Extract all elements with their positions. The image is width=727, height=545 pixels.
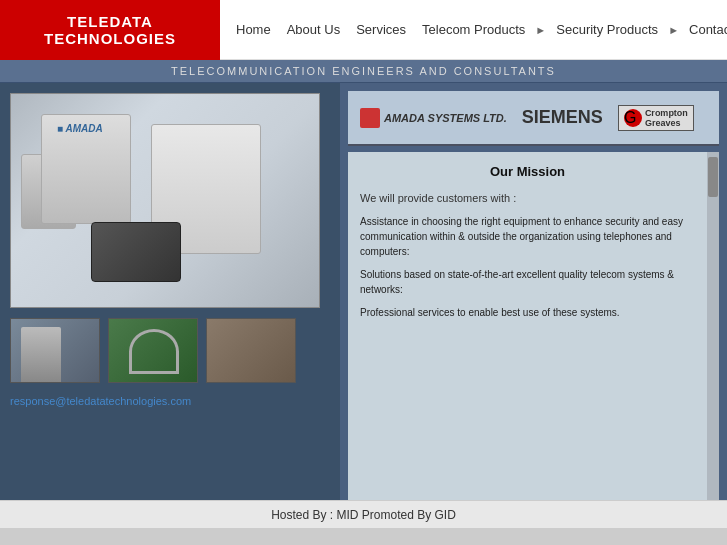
nav-item-services[interactable]: Services <box>350 18 412 41</box>
scrollbar-thumb[interactable] <box>708 157 718 197</box>
arrow-icon-security: ► <box>668 24 679 36</box>
brand-amada: AMADA SYSTEMS LTD. <box>360 108 507 128</box>
nav-item-about[interactable]: About Us <box>281 18 346 41</box>
brand-siemens: SIEMENS <box>522 107 603 128</box>
brands-row: AMADA SYSTEMS LTD. SIEMENS G CromptonGre… <box>348 91 719 146</box>
email-link[interactable]: response@teledatatechnologies.com <box>10 395 191 407</box>
mission-para-3: Professional services to enable best use… <box>360 305 695 320</box>
arrow-icon-telecom: ► <box>535 24 546 36</box>
thumbnail-row <box>10 318 330 383</box>
subtitle-bar: TELECOMMUNICATION ENGINEERS AND CONSULTA… <box>0 60 727 83</box>
amada-name: AMADA SYSTEMS LTD. <box>384 112 507 124</box>
phone-image <box>91 222 181 282</box>
scrollbar[interactable] <box>707 152 719 515</box>
nav-item-telecom[interactable]: Telecom Products <box>416 18 531 41</box>
footer: Hosted By : MID Promoted By GID <box>0 500 727 528</box>
pbx-main: ■ AMADA <box>41 114 131 224</box>
thumbnail-3 <box>206 318 296 383</box>
thumbnail-2 <box>108 318 198 383</box>
thumbnail-1 <box>10 318 100 383</box>
logo: TELEDATA TECHNOLOGIES <box>0 0 220 60</box>
thumb-person-figure <box>21 327 61 382</box>
main-content: TELECOMMUNICATION ENGINEERS AND CONSULTA… <box>0 60 727 528</box>
thumb-dish-shape <box>129 329 179 374</box>
left-panel: ■ AMADA response@teledatatechnologies.co… <box>0 83 340 523</box>
nav-item-home[interactable]: Home <box>230 18 277 41</box>
brand-crompton: G CromptonGreaves <box>618 105 694 131</box>
product-image: ■ AMADA <box>10 93 320 308</box>
mission-para-2: Solutions based on state-of-the-art exce… <box>360 267 695 297</box>
crompton-name: CromptonGreaves <box>645 108 688 128</box>
navigation: Home About Us Services Telecom Products … <box>220 0 727 59</box>
nav-item-security[interactable]: Security Products <box>550 18 664 41</box>
email-area: response@teledatatechnologies.com <box>10 391 330 409</box>
right-panel: AMADA SYSTEMS LTD. SIEMENS G CromptonGre… <box>340 83 727 523</box>
amada-icon <box>360 108 380 128</box>
mission-box: Our Mission We will provide customers wi… <box>348 152 707 515</box>
mission-para-1: Assistance in choosing the right equipme… <box>360 214 695 259</box>
footer-text: Hosted By : MID Promoted By GID <box>271 508 456 522</box>
crompton-icon: G <box>624 109 642 127</box>
mission-subtitle: We will provide customers with : <box>360 190 695 207</box>
nav-item-contact[interactable]: Contact Us <box>683 18 727 41</box>
logo-text: TELEDATA TECHNOLOGIES <box>0 13 220 47</box>
subtitle-text: TELECOMMUNICATION ENGINEERS AND CONSULTA… <box>171 65 556 77</box>
amada-label: ■ AMADA <box>57 123 103 134</box>
mission-title: Our Mission <box>360 162 695 182</box>
